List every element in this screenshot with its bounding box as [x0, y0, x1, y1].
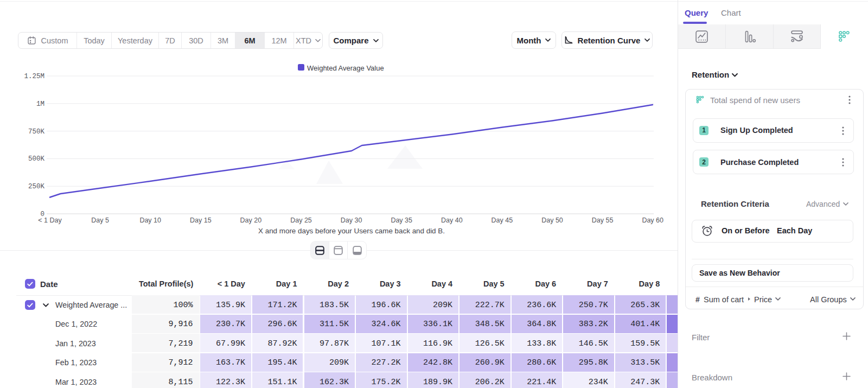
svg-text:Day 50: Day 50	[541, 217, 563, 224]
svg-text:Day 35: Day 35	[391, 217, 412, 224]
svg-text:X and more days before your Us: X and more days before your Users came b…	[258, 227, 445, 235]
svg-text:750K: 750K	[28, 128, 45, 136]
svg-text:Day 60: Day 60	[642, 217, 663, 224]
svg-text:250K: 250K	[28, 183, 45, 190]
svg-text:Day 15: Day 15	[190, 217, 212, 224]
svg-text:Day 5: Day 5	[91, 217, 109, 224]
svg-text:1.25M: 1.25M	[24, 73, 44, 80]
svg-text:500K: 500K	[28, 155, 45, 163]
svg-text:Day 40: Day 40	[441, 217, 463, 224]
svg-text:Day 25: Day 25	[290, 217, 312, 224]
svg-text:Day 55: Day 55	[592, 217, 614, 224]
svg-text:< 1 Day: < 1 Day	[38, 217, 62, 224]
svg-text:Day 20: Day 20	[240, 217, 262, 224]
svg-text:Day 30: Day 30	[341, 217, 362, 224]
svg-text:Day 45: Day 45	[492, 217, 513, 224]
svg-text:Day 10: Day 10	[139, 217, 161, 224]
svg-text:1M: 1M	[36, 100, 44, 108]
